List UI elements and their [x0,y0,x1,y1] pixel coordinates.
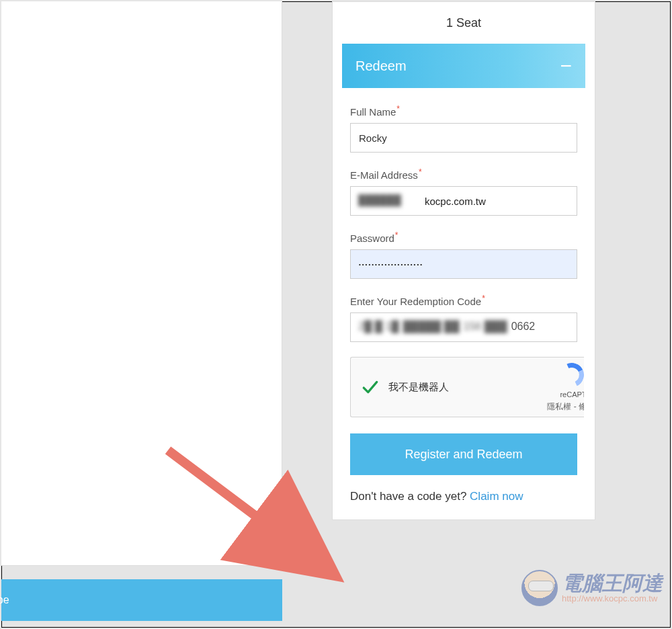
subscribe-label: oscribe [0,594,9,606]
checkmark-icon [362,378,379,396]
label-fullname: Full Name* [350,104,577,118]
field-email: E-Mail Address* ██████ [350,167,577,216]
subscribe-button[interactable]: oscribe [1,579,282,621]
seat-info: 1 Seat [333,2,595,44]
redeem-card: 1 Seat Redeem − Full Name* E-Mail Addres… [332,1,595,520]
left-panel [1,1,282,566]
label-email: E-Mail Address* [350,167,577,181]
recaptcha-brand: reCAPT [560,363,584,399]
required-mark: * [396,104,400,114]
code-tail: 0662 [511,321,536,333]
redeem-accordion-header[interactable]: Redeem − [342,44,585,88]
redeem-form: Full Name* E-Mail Address* ██████ Passwo… [333,88,595,342]
field-code: Enter Your Redemption Code* 2█ █ 1█ ████… [350,294,577,342]
captcha-label: 我不是機器人 [388,381,449,394]
required-mark: * [419,167,422,177]
input-password[interactable] [350,249,577,279]
redeem-title: Redeem [355,58,407,74]
seat-text: 1 Seat [446,16,481,30]
register-redeem-button[interactable]: Register and Redeem [350,433,577,475]
required-mark: * [395,230,398,240]
label-password: Password* [350,230,577,244]
field-fullname: Full Name* [350,104,577,153]
input-fullname[interactable] [350,123,577,153]
captcha-privacy: 隱私權 - 條 [547,401,584,413]
collapse-icon: − [560,56,572,76]
claim-now-link[interactable]: Claim now [470,490,523,503]
register-label: Register and Redeem [405,448,522,462]
required-mark: * [482,294,485,303]
recaptcha-icon [560,363,584,388]
no-code-prompt: Don't have a code yet? Claim now [333,475,595,509]
field-password: Password* [350,230,577,279]
recaptcha-widget[interactable]: 我不是機器人 reCAPT 隱私權 - 條 [350,357,584,417]
label-code: Enter Your Redemption Code* [350,294,577,307]
